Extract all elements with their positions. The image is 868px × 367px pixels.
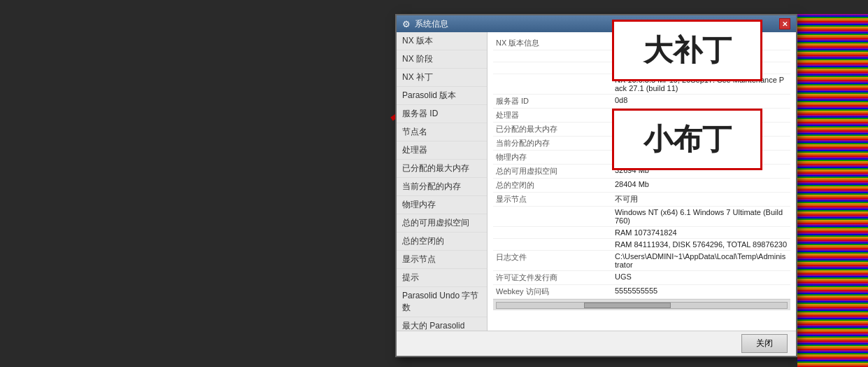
label-server: 服务器 ID — [493, 95, 612, 109]
sidebar-item-node_name[interactable]: 节点名 — [397, 123, 487, 141]
small-patch-annotation: 小布丁 — [612, 109, 762, 170]
label-nx-stage — [493, 62, 612, 74]
small-patch-text: 小布丁 — [643, 120, 732, 159]
sidebar-item-total_virtual[interactable]: 总的可用虚拟空间 — [397, 214, 487, 233]
colorful-strip — [797, 14, 868, 367]
sidebar-item-nx_stage[interactable]: NX 阶段 — [397, 50, 487, 69]
label-total-closed: 总的空闭的 — [493, 179, 612, 193]
sidebar-item-server_id[interactable]: 服务器 ID — [397, 105, 487, 123]
label-disk — [493, 239, 612, 251]
label-processor: 处理器 — [493, 109, 612, 123]
sidebar-item-cur_memory[interactable]: 当前分配的内存 — [397, 178, 487, 196]
sidebar-item-parasolid_version[interactable]: Parasolid 版本 — [397, 87, 487, 105]
dialog-footer: 关闭 — [397, 331, 796, 356]
horizontal-scrollbar[interactable] — [493, 299, 790, 310]
label-log: 日志文件 — [493, 251, 612, 271]
label-max-mem: 已分配的最大内存 — [493, 123, 612, 137]
val-os: Windows NT (x64) 6.1 Windows 7 Ultimate … — [612, 207, 790, 227]
sidebar-item-processor[interactable]: 处理器 — [397, 141, 487, 160]
val-disk: RAM 84111934, DISK 5764296, TOTAL 898762… — [612, 239, 790, 251]
val-server: 0d8 — [612, 95, 790, 109]
sidebar-item-para_undo_bytes[interactable]: Parasolid Undo 字节数 — [397, 287, 487, 317]
sidebar-item-total_closed[interactable]: 总的空闭的 — [397, 233, 487, 251]
label-webkey: Webkey 访问码 — [493, 285, 612, 299]
val-total-closed: 28404 Mb — [612, 179, 790, 193]
label-cur-mem: 当前分配的内存 — [493, 137, 612, 151]
label-total-virt: 总的可用虚拟空间 — [493, 165, 612, 179]
sidebar-item-max_memory[interactable]: 已分配的最大内存 — [397, 160, 487, 178]
val-webkey: 5555555555 — [612, 285, 790, 299]
big-patch-annotation: 大补丁 — [612, 20, 762, 81]
sidebar-item-nx_patch[interactable]: NX 补丁 — [397, 69, 487, 87]
label-nx-version: NX 版本信息 — [493, 36, 612, 50]
label-display: 显示节点 — [493, 193, 612, 207]
gear-icon: ⚙ — [402, 19, 411, 29]
close-button[interactable]: 关闭 — [741, 334, 788, 353]
val-license: UGS — [612, 271, 790, 285]
label-ram — [493, 227, 612, 239]
label-phys-mem: 物理内存 — [493, 151, 612, 165]
sidebar-item-max_para_undo[interactable]: 最大的 Parasolid Undo 字节数 — [397, 317, 487, 331]
sidebar-item-hint[interactable]: 提示 — [397, 269, 487, 287]
dialog-title: 系统信息 — [415, 18, 448, 30]
big-patch-text: 大补丁 — [643, 31, 732, 70]
label-nx-patch — [493, 74, 612, 95]
val-log: C:\Users\ADMINI~1\AppData\Local\Temp\Adm… — [612, 251, 790, 271]
sidebar-item-display_node[interactable]: 显示节点 — [397, 251, 487, 269]
label-license: 许可证文件发行商 — [493, 271, 612, 285]
dialog-close-button[interactable]: ✕ — [779, 18, 790, 29]
val-display: 不可用 — [612, 193, 790, 207]
sidebar-item-phys_memory[interactable]: 物理内存 — [397, 196, 487, 214]
label-nx-v1 — [493, 50, 612, 62]
val-ram: RAM 1073741824 — [612, 227, 790, 239]
sidebar-item-nx_version[interactable]: NX 版本 — [397, 32, 487, 50]
dialog-sidebar: NX 版本NX 阶段NX 补丁Parasolid 版本服务器 ID节点名处理器已… — [397, 32, 488, 331]
label-os — [493, 207, 612, 227]
